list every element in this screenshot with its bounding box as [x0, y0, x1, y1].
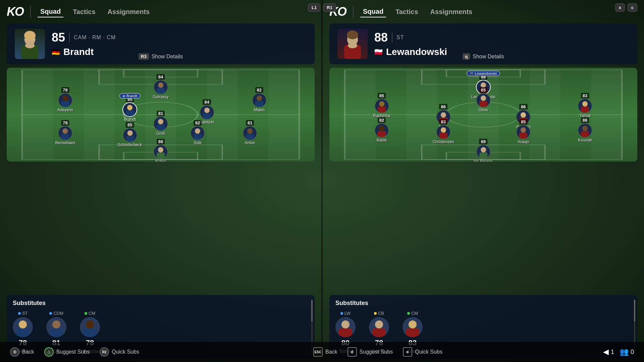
- right-suggest-subs-action[interactable]: d Suggest Subs: [347, 347, 393, 357]
- svg-point-19: [257, 96, 262, 101]
- svg-rect-57: [407, 70, 437, 160]
- gavi-pos-dot: [407, 312, 410, 315]
- svg-rect-68: [581, 107, 589, 113]
- pitch-player-araujo[interactable]: 85 Araujo: [516, 118, 531, 144]
- svg-rect-84: [339, 328, 352, 337]
- person-icon: 👥: [620, 348, 629, 356]
- svg-rect-78: [519, 133, 527, 139]
- left-quick-subs-action[interactable]: R2 Quick Subs: [100, 347, 139, 357]
- nmecha-pos: CM: [89, 311, 95, 316]
- right-rating-divider: [392, 33, 392, 43]
- pitch-player-guirassy[interactable]: 84 Guirassy: [153, 73, 168, 99]
- beier-pos: ST: [22, 311, 28, 316]
- lewandowski-selected-badge: 🎮 Lewandowski: [467, 71, 500, 76]
- svg-point-47: [348, 43, 357, 48]
- left-player-positions: CAM · RM · CM: [74, 35, 116, 41]
- top-right-buttons: x c: [615, 3, 637, 12]
- svg-point-4: [24, 31, 36, 40]
- svg-point-33: [127, 130, 132, 136]
- left-suggest-subs-action[interactable]: △ Suggest Subs: [44, 347, 90, 357]
- pitch-player-balde[interactable]: 82 Balde: [374, 117, 389, 142]
- garcia-pos: CB: [378, 311, 384, 316]
- left-suggest-icon: △: [44, 347, 54, 357]
- pitch-player-bensebaini[interactable]: 78 Bensebaini: [55, 119, 75, 145]
- svg-point-25: [62, 96, 68, 101]
- left-player-flag: 🇩🇪: [52, 48, 60, 56]
- can-pos: CDM: [53, 311, 63, 316]
- left-show-details-icon: R3: [139, 53, 149, 60]
- pitch-player-christensen[interactable]: 83 Christensen: [433, 118, 454, 144]
- l1-button[interactable]: L1: [308, 3, 320, 12]
- pitch-player-olmo[interactable]: 85 Olmo: [476, 86, 491, 112]
- left-nav-squad[interactable]: Squad: [38, 6, 63, 17]
- svg-point-23: [127, 105, 132, 110]
- right-player-avatar: [337, 29, 368, 59]
- left-rating-divider: [69, 33, 70, 43]
- right-show-details[interactable]: q Show Details: [463, 53, 504, 60]
- svg-point-37: [158, 147, 163, 153]
- right-player-card: 88 ST 🇵🇱 Lewandowski q Show Details: [329, 23, 637, 64]
- bottom-right-actions: ESC Back d Suggest Subs e Quick Subs: [300, 347, 603, 357]
- right-nav-tactics[interactable]: Tactics: [393, 7, 421, 17]
- left-player-rating: 85: [52, 31, 65, 45]
- svg-point-83: [341, 320, 350, 328]
- pitch-player-malen[interactable]: 82 Malen: [252, 86, 267, 112]
- pitch-player-kobel[interactable]: 88 Kobel: [153, 138, 168, 162]
- svg-point-39: [19, 320, 27, 328]
- left-nav-tactics[interactable]: Tactics: [70, 7, 98, 17]
- person-score: 👥 0: [620, 348, 634, 356]
- svg-point-21: [204, 108, 210, 113]
- right-nav-squad[interactable]: Squad: [360, 6, 386, 17]
- pitch-player-kounde[interactable]: 86 Koundé: [578, 117, 592, 142]
- pitch-player-adeyemi[interactable]: 79 Adeyemi: [57, 86, 73, 112]
- right-suggest-icon: d: [347, 347, 357, 357]
- left-player-avatar: [15, 29, 45, 59]
- svg-rect-34: [126, 136, 134, 142]
- right-nav-assignments[interactable]: Assignments: [428, 7, 475, 17]
- pitch-player-sule[interactable]: 82 Süle: [190, 119, 205, 145]
- svg-point-71: [521, 112, 526, 118]
- svg-point-3: [25, 43, 35, 48]
- pitch-player-terstegen[interactable]: 89 ter Stegen: [474, 138, 492, 162]
- r1-button[interactable]: R1: [323, 3, 336, 12]
- right-subs-scrollthumb: [634, 300, 635, 321]
- main-container: KO Squad Tactics Assignments 85: [0, 0, 644, 362]
- pitch-player-raphinha[interactable]: 85 Raphinha: [373, 92, 390, 118]
- pitch-player-schlotterbeck[interactable]: 85 Schlotterbeck: [118, 121, 142, 147]
- right-back-action[interactable]: ESC Back: [313, 347, 337, 357]
- pitch-player-yamal[interactable]: 83 Yamal: [578, 92, 592, 118]
- left-subs-title: Substitutes: [13, 300, 309, 307]
- left-show-details-label: Show Details: [152, 54, 183, 60]
- torres-pos-dot: [340, 312, 343, 315]
- svg-point-69: [441, 112, 446, 118]
- right-header-divider: [353, 6, 354, 18]
- right-subs-title: Substitutes: [335, 300, 631, 307]
- left-back-action[interactable]: ⊙ Back: [10, 347, 34, 357]
- svg-rect-18: [157, 88, 165, 94]
- svg-rect-28: [157, 124, 165, 130]
- right-back-icon: ESC: [313, 347, 323, 357]
- pitch-player-gross[interactable]: 81 Groß: [153, 110, 168, 136]
- nmecha-pos-dot: [85, 312, 87, 315]
- svg-rect-59: [530, 70, 560, 160]
- left-nav-assignments[interactable]: Assignments: [105, 7, 153, 17]
- x-button[interactable]: x: [615, 3, 625, 12]
- arrow-icon: ◀: [603, 348, 609, 356]
- pitch-player-brandt[interactable]: ⊗ Brandt 85 Brandt: [122, 96, 137, 122]
- svg-point-31: [195, 128, 200, 134]
- right-player-name: Lewandowski: [386, 47, 447, 57]
- c-button[interactable]: c: [628, 3, 637, 12]
- svg-rect-74: [378, 131, 386, 137]
- svg-rect-44: [83, 328, 97, 337]
- right-player-flag: 🇵🇱: [374, 48, 383, 56]
- svg-rect-12: [22, 70, 53, 160]
- svg-point-48: [347, 31, 358, 39]
- right-suggest-label: Suggest Subs: [360, 349, 393, 355]
- svg-rect-88: [406, 328, 419, 337]
- right-header: KO Squad Tactics Assignments: [329, 3, 637, 20]
- left-show-details[interactable]: R3 Show Details: [139, 53, 183, 60]
- pitch-player-anton[interactable]: 81 Anton: [243, 119, 257, 145]
- svg-rect-80: [581, 131, 589, 137]
- right-quick-subs-action[interactable]: e Quick Subs: [403, 347, 442, 357]
- svg-rect-36: [61, 134, 69, 140]
